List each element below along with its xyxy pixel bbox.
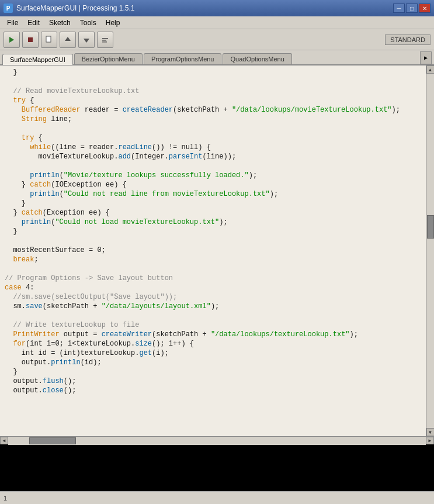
code-line-content: output.flush(); <box>0 377 76 386</box>
code-token: flush <box>43 377 64 385</box>
code-token: (Integer. <box>131 153 169 161</box>
table-row: // Write textureLookup to file <box>0 320 426 330</box>
h-scroll-thumb[interactable] <box>29 437 76 444</box>
code-line-content: } <box>0 367 18 377</box>
tab-quadoptionsmenu[interactable]: QuadOptionsMenu <box>223 53 291 64</box>
scroll-thumb[interactable] <box>427 215 434 239</box>
table-row: try { <box>0 133 426 143</box>
code-token: output. <box>5 358 51 367</box>
down-button[interactable] <box>78 32 95 48</box>
code-token: catch <box>30 181 51 189</box>
code-token: int id = (int)textureLookup. <box>5 349 139 357</box>
code-token: ; <box>34 256 38 264</box>
svg-marker-5 <box>84 39 89 43</box>
code-token: ); <box>219 218 227 226</box>
table-row: while((line = reader.readLine()) != null… <box>0 143 426 152</box>
code-token: (sketchPath + <box>152 330 211 339</box>
up-button[interactable] <box>60 32 76 48</box>
code-token: ()) != null) { <box>152 143 211 151</box>
window-title: SurfaceMapperGUI | Processing 1.5.1 <box>16 4 390 12</box>
code-token: createReader <box>123 106 173 114</box>
code-line-content <box>0 264 5 274</box>
code-token: "/data/lookups/movieTextureLookup.txt" <box>232 106 392 114</box>
table-row: println("Could not load movieTextureLook… <box>0 218 426 227</box>
code-token: 4: <box>22 284 34 292</box>
code-line-content: sm.save(sketchPath + "/data/layouts/layo… <box>0 302 219 311</box>
menu-file[interactable]: File <box>2 18 23 28</box>
code-line-content: String line; <box>0 115 72 124</box>
format-button[interactable] <box>97 32 113 48</box>
code-line-content <box>0 77 5 87</box>
maximize-button[interactable]: □ <box>406 4 418 13</box>
menu-edit[interactable]: Edit <box>23 18 44 28</box>
code-token: println <box>5 171 60 179</box>
code-token: ); <box>249 171 257 179</box>
code-token: sm. <box>5 302 26 310</box>
code-token: // Read movieTextureLookup.txt <box>5 87 139 95</box>
code-line-content: while((line = reader.readLine()) != null… <box>0 143 211 152</box>
code-token: "/data/layouts/layout.xml" <box>102 302 211 310</box>
table-row: int id = (int)textureLookup.get(i); <box>0 348 426 358</box>
table-row: } <box>0 199 426 208</box>
svg-rect-8 <box>102 42 107 43</box>
code-line-content: try { <box>0 133 43 143</box>
tab-overflow-arrow[interactable]: ▶ <box>420 51 432 64</box>
table-row: println("Movie/texture lookups successfu… <box>0 171 426 180</box>
code-token: output = <box>60 330 102 339</box>
run-button[interactable] <box>4 32 20 48</box>
code-token: size <box>135 340 152 348</box>
svg-rect-7 <box>102 40 106 41</box>
table-row: } <box>0 227 426 236</box>
code-token: catch <box>22 209 43 217</box>
code-token: get <box>139 349 152 357</box>
svg-marker-0 <box>9 37 14 43</box>
code-token: } <box>5 368 18 376</box>
scroll-left-arrow[interactable]: ◀ <box>0 437 8 445</box>
code-token: "Could not read line from movieTextureLo… <box>64 190 270 198</box>
scroll-up-arrow[interactable]: ▲ <box>426 65 435 74</box>
scroll-down-arrow[interactable]: ▼ <box>426 428 435 436</box>
scroll-right-arrow[interactable]: ▶ <box>426 437 434 445</box>
h-scroll-track[interactable] <box>8 437 426 445</box>
code-token: break <box>5 256 34 264</box>
code-token: line; <box>47 115 72 123</box>
code-line-content: mostRecentSurface = 0; <box>0 246 106 255</box>
app-icon: P <box>4 4 13 13</box>
code-line-content: println("Movie/texture lookups successfu… <box>0 171 257 180</box>
tab-bezieroptionmenu[interactable]: BezierOptionMenu <box>74 53 143 64</box>
svg-rect-1 <box>28 37 33 42</box>
table-row: println("Could not read line from movieT… <box>0 189 426 199</box>
table-row: } catch(IOException ee) { <box>0 180 426 189</box>
table-row <box>0 77 426 87</box>
code-token: output. <box>5 377 43 385</box>
table-row <box>0 124 426 133</box>
menu-help[interactable]: Help <box>101 18 125 28</box>
code-line-content: } <box>0 227 18 236</box>
code-line-content: output.println(id); <box>0 358 102 367</box>
code-line-content: //sm.save(selectOutput("Save layout")); <box>0 292 177 302</box>
scroll-track[interactable] <box>426 74 435 428</box>
code-token: ( <box>60 190 64 198</box>
table-row: break; <box>0 255 426 264</box>
vertical-scrollbar[interactable]: ▲ ▼ <box>426 65 434 436</box>
table-row: mostRecentSurface = 0; <box>0 246 426 255</box>
code-line-content: PrintWriter output = createWriter(sketch… <box>0 330 358 339</box>
new-button[interactable] <box>41 32 57 48</box>
close-button[interactable]: ✕ <box>419 4 430 13</box>
tabs-bar: SurfaceMapperGUI BezierOptionMenu Progra… <box>0 50 434 65</box>
code-token: { <box>26 96 34 105</box>
stop-button[interactable] <box>22 32 39 48</box>
menu-tools[interactable]: Tools <box>75 18 101 28</box>
code-token: parseInt <box>169 153 203 161</box>
tab-surfacemappergui[interactable]: SurfaceMapperGUI <box>2 54 73 65</box>
code-token: while <box>5 143 51 151</box>
horizontal-scrollbar[interactable]: ◀ ▶ <box>0 436 434 444</box>
code-token: //sm.save(selectOutput("Save layout")); <box>5 293 177 301</box>
menu-sketch[interactable]: Sketch <box>44 18 75 28</box>
code-editor[interactable]: } // Read movieTextureLookup.txt try { B… <box>0 65 426 436</box>
code-token: "Could not load movieTextureLookup.txt" <box>55 218 219 226</box>
minimize-button[interactable]: ─ <box>393 4 405 13</box>
standard-label: STANDARD <box>385 34 430 45</box>
code-line-content: println("Could not read line from movieT… <box>0 189 278 199</box>
tab-programoptionsmenu[interactable]: ProgramOptionsMenu <box>144 53 222 64</box>
